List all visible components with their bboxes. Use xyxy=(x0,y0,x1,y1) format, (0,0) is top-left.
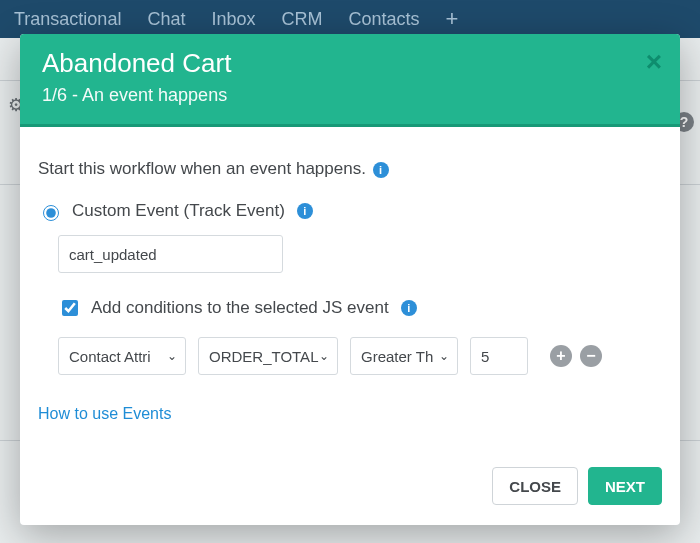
intro-text: Start this workflow when an event happen… xyxy=(38,159,662,179)
condition-row: Contact Attri ⌄ ORDER_TOTAL ⌄ Greater Th… xyxy=(58,337,662,375)
nav-item[interactable]: Inbox xyxy=(211,9,255,30)
info-icon[interactable]: i xyxy=(297,203,313,219)
condition-field-type-select[interactable]: Contact Attri ⌄ xyxy=(58,337,186,375)
remove-condition-icon[interactable]: − xyxy=(580,345,602,367)
workflow-step-modal: Abandoned Cart 1/6 - An event happens × … xyxy=(20,34,680,525)
intro-label: Start this workflow when an event happen… xyxy=(38,159,366,178)
modal-footer: CLOSE NEXT xyxy=(20,453,680,525)
add-conditions-label: Add conditions to the selected JS event xyxy=(91,298,389,318)
nav-item[interactable]: Chat xyxy=(147,9,185,30)
select-value: ORDER_TOTAL xyxy=(209,348,318,365)
how-to-use-events-link[interactable]: How to use Events xyxy=(38,405,171,423)
condition-field-name-select[interactable]: ORDER_TOTAL ⌄ xyxy=(198,337,338,375)
custom-event-radio[interactable] xyxy=(43,205,59,221)
select-value: Contact Attri xyxy=(69,348,151,365)
custom-event-option[interactable]: Custom Event (Track Event) i xyxy=(38,201,662,221)
event-name-input[interactable] xyxy=(58,235,283,273)
modal-subtitle: 1/6 - An event happens xyxy=(42,85,658,106)
nav-item[interactable]: Contacts xyxy=(348,9,419,30)
add-tab-icon[interactable]: + xyxy=(446,6,459,32)
nav-item[interactable]: CRM xyxy=(281,9,322,30)
add-condition-icon[interactable]: + xyxy=(550,345,572,367)
info-icon[interactable]: i xyxy=(373,162,389,178)
add-conditions-option[interactable]: Add conditions to the selected JS event … xyxy=(58,297,662,319)
add-conditions-checkbox[interactable] xyxy=(62,300,78,316)
nav-item[interactable]: Transactional xyxy=(14,9,121,30)
chevron-down-icon: ⌄ xyxy=(439,349,449,363)
custom-event-label: Custom Event (Track Event) xyxy=(72,201,285,221)
modal-title: Abandoned Cart xyxy=(42,48,658,79)
select-value: Greater Th xyxy=(361,348,433,365)
chevron-down-icon: ⌄ xyxy=(319,349,329,363)
condition-operator-select[interactable]: Greater Th ⌄ xyxy=(350,337,458,375)
modal-header: Abandoned Cart 1/6 - An event happens × xyxy=(20,34,680,127)
next-button[interactable]: NEXT xyxy=(588,467,662,505)
chevron-down-icon: ⌄ xyxy=(167,349,177,363)
modal-body: Start this workflow when an event happen… xyxy=(20,127,680,453)
close-button[interactable]: CLOSE xyxy=(492,467,578,505)
close-icon[interactable]: × xyxy=(646,48,662,76)
top-nav: Transactional Chat Inbox CRM Contacts + xyxy=(0,0,700,38)
condition-value-input[interactable] xyxy=(470,337,528,375)
info-icon[interactable]: i xyxy=(401,300,417,316)
